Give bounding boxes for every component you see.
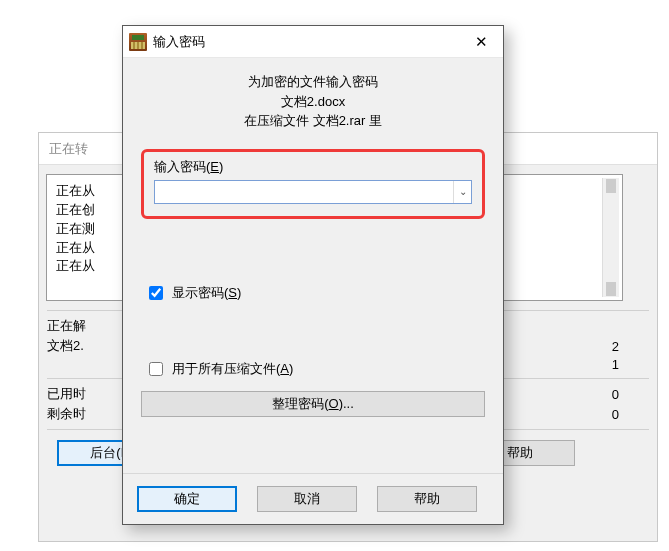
close-button[interactable]: ✕ bbox=[459, 27, 503, 57]
all-archives-label: 用于所有压缩文件(A) bbox=[172, 360, 293, 378]
password-field-highlight: 输入密码(E) ⌄ bbox=[141, 149, 485, 219]
help-button[interactable]: 帮助 bbox=[377, 486, 477, 512]
prompt-text: 为加密的文件输入密码 文档2.docx 在压缩文件 文档2.rar 里 bbox=[141, 72, 485, 131]
log-scrollbar[interactable] bbox=[602, 178, 619, 297]
elapsed-label: 已用时 bbox=[47, 385, 107, 403]
prompt-line1: 为加密的文件输入密码 bbox=[141, 72, 485, 92]
ok-button[interactable]: 确定 bbox=[137, 486, 237, 512]
prompt-line2: 文档2.docx bbox=[141, 92, 485, 112]
winrar-icon bbox=[129, 33, 147, 51]
all-archives-checkbox-row[interactable]: 用于所有压缩文件(A) bbox=[145, 359, 485, 379]
password-combobox[interactable]: ⌄ bbox=[154, 180, 472, 204]
all-archives-checkbox[interactable] bbox=[149, 362, 163, 376]
extract-label: 正在解 bbox=[47, 317, 107, 335]
chevron-down-icon[interactable]: ⌄ bbox=[453, 181, 471, 203]
password-titlebar[interactable]: 输入密码 ✕ bbox=[123, 26, 503, 58]
close-icon: ✕ bbox=[475, 33, 488, 51]
prompt-line3: 在压缩文件 文档2.rar 里 bbox=[141, 111, 485, 131]
progress-title: 正在转 bbox=[49, 140, 88, 158]
password-label: 输入密码(E) bbox=[154, 158, 472, 176]
show-password-label: 显示密码(S) bbox=[172, 284, 241, 302]
password-input[interactable] bbox=[155, 181, 453, 203]
file-label: 文档2. bbox=[47, 337, 107, 355]
dialog-title: 输入密码 bbox=[153, 33, 459, 51]
show-password-checkbox[interactable] bbox=[149, 286, 163, 300]
show-password-checkbox-row[interactable]: 显示密码(S) bbox=[145, 283, 485, 303]
remaining-label: 剩余时 bbox=[47, 405, 107, 423]
organize-passwords-button[interactable]: 整理密码(O)... bbox=[141, 391, 485, 417]
cancel-button[interactable]: 取消 bbox=[257, 486, 357, 512]
password-dialog: 输入密码 ✕ 为加密的文件输入密码 文档2.docx 在压缩文件 文档2.rar… bbox=[122, 25, 504, 525]
